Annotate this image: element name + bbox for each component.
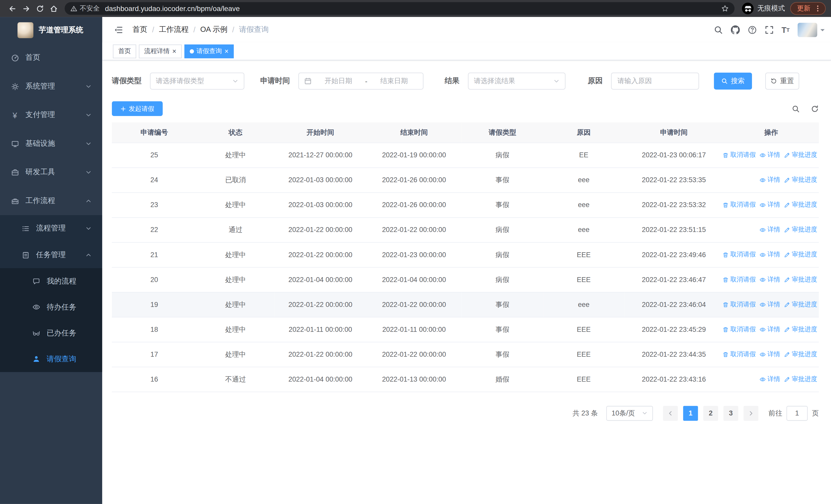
page-button-1[interactable]: 1 bbox=[683, 406, 698, 421]
app-logo[interactable]: 芋道管理系统 bbox=[0, 17, 103, 43]
close-icon[interactable]: × bbox=[172, 48, 176, 55]
approval-progress-link[interactable]: 审批进度 bbox=[784, 300, 817, 309]
approval-progress-link[interactable]: 审批进度 bbox=[784, 250, 817, 259]
sidebar-item-system-mgmt[interactable]: 系统管理 bbox=[0, 72, 103, 101]
detail-link[interactable]: 详情 bbox=[760, 176, 780, 184]
browser-home-button[interactable] bbox=[47, 2, 61, 16]
sidebar-item-done-tasks[interactable]: 已办任务 bbox=[0, 320, 103, 346]
reason-input[interactable]: 请输入原因 bbox=[611, 72, 699, 90]
close-icon[interactable]: × bbox=[225, 48, 229, 55]
breadcrumb-item-home[interactable]: 首页 bbox=[133, 25, 147, 34]
next-page-button[interactable] bbox=[744, 406, 758, 421]
cell-start-time: 2022-01-04 00:00:00 bbox=[274, 267, 366, 292]
chevron-down-icon bbox=[85, 140, 92, 147]
approval-progress-link[interactable]: 审批进度 bbox=[784, 325, 817, 334]
sidebar-item-task-mgmt[interactable]: 任务管理 bbox=[0, 242, 103, 268]
tab-process-detail[interactable]: 流程详情 × bbox=[139, 44, 181, 58]
cell-status: 通过 bbox=[197, 217, 274, 242]
briefcase-icon bbox=[10, 168, 19, 176]
breadcrumb-item-workflow[interactable]: 工作流程 bbox=[159, 25, 189, 34]
sidebar-item-label: 待办任务 bbox=[47, 302, 77, 312]
sidebar-item-infrastructure[interactable]: 基础设施 bbox=[0, 129, 103, 158]
detail-link[interactable]: 详情 bbox=[760, 250, 780, 259]
address-bar[interactable]: 不安全 dashboard.yudao.iocoder.cn/bpm/oa/le… bbox=[65, 2, 735, 15]
cell-end-time: 2022-01-22 00:00:00 bbox=[366, 217, 462, 242]
sidebar-item-workflow[interactable]: 工作流程 bbox=[0, 186, 103, 215]
fullscreen-button[interactable] bbox=[765, 25, 774, 34]
header-search-button[interactable] bbox=[714, 25, 723, 34]
approval-progress-label: 审批进度 bbox=[792, 375, 817, 384]
kebab-menu-icon[interactable] bbox=[814, 5, 822, 12]
cell-status: 处理中 bbox=[197, 192, 274, 217]
refresh-table-button[interactable] bbox=[811, 105, 819, 113]
detail-link[interactable]: 详情 bbox=[760, 375, 780, 384]
approval-progress-link[interactable]: 审批进度 bbox=[784, 275, 817, 284]
detail-link[interactable]: 详情 bbox=[760, 225, 780, 234]
cancel-leave-link[interactable]: 取消请假 bbox=[723, 275, 756, 284]
cell-actions: 详情 审批进度 bbox=[723, 168, 819, 192]
browser-toolbar: 不安全 dashboard.yudao.iocoder.cn/bpm/oa/le… bbox=[0, 0, 831, 17]
cancel-leave-link[interactable]: 取消请假 bbox=[723, 350, 756, 359]
cancel-leave-link[interactable]: 取消请假 bbox=[723, 200, 756, 209]
approval-progress-link[interactable]: 审批进度 bbox=[784, 225, 817, 234]
detail-link[interactable]: 详情 bbox=[760, 200, 780, 209]
browser-reload-button[interactable] bbox=[33, 2, 47, 16]
reset-button[interactable]: 重置 bbox=[765, 72, 799, 90]
sidebar-item-todo-tasks[interactable]: 待办任务 bbox=[0, 294, 103, 320]
reload-icon bbox=[36, 5, 44, 12]
github-link[interactable] bbox=[730, 25, 740, 34]
sidebar-item-process-mgmt[interactable]: 流程管理 bbox=[0, 215, 103, 241]
approval-progress-link[interactable]: 审批进度 bbox=[784, 375, 817, 384]
col-apply-time: 申请时间 bbox=[624, 122, 723, 142]
sidebar-item-leave-query[interactable]: 请假查询 bbox=[0, 346, 103, 372]
toggle-search-button[interactable] bbox=[792, 105, 800, 113]
app-frame: 芋道管理系统 首页 系统管理 ¥ 支付管理 基础设施 bbox=[0, 17, 831, 504]
user-menu[interactable] bbox=[798, 23, 825, 37]
cell-leave-type: 病假 bbox=[462, 142, 543, 167]
page-button-3[interactable]: 3 bbox=[723, 406, 738, 421]
chevron-down-icon bbox=[85, 169, 92, 176]
cell-apply-time: 2022-01-22 23:53:35 bbox=[624, 168, 723, 192]
sidebar-item-dev-tools[interactable]: 研发工具 bbox=[0, 158, 103, 186]
approval-progress-link[interactable]: 审批进度 bbox=[784, 176, 817, 184]
approval-progress-link[interactable]: 审批进度 bbox=[784, 350, 817, 359]
detail-link[interactable]: 详情 bbox=[760, 350, 780, 359]
apply-time-range-picker[interactable]: 开始日期 - 结束日期 bbox=[298, 72, 424, 90]
leave-type-select[interactable]: 请选择请假类型 bbox=[150, 72, 244, 90]
sidebar-item-my-process[interactable]: 我的流程 bbox=[0, 268, 103, 294]
trash-icon bbox=[723, 326, 729, 333]
cancel-leave-link[interactable]: 取消请假 bbox=[723, 150, 756, 159]
breadcrumb-item-oa-example[interactable]: OA 示例 bbox=[200, 25, 227, 34]
detail-link[interactable]: 详情 bbox=[760, 325, 780, 334]
approval-progress-link[interactable]: 审批进度 bbox=[784, 150, 817, 159]
search-button[interactable]: 搜索 bbox=[714, 72, 752, 90]
sidebar-collapse-button[interactable] bbox=[114, 25, 123, 34]
cancel-leave-link[interactable]: 取消请假 bbox=[723, 300, 756, 309]
browser-forward-button[interactable] bbox=[19, 2, 33, 16]
browser-back-button[interactable] bbox=[5, 2, 19, 16]
security-warning[interactable]: 不安全 bbox=[70, 4, 100, 13]
sidebar-item-home[interactable]: 首页 bbox=[0, 43, 103, 72]
cancel-leave-link[interactable]: 取消请假 bbox=[723, 325, 756, 334]
detail-link[interactable]: 详情 bbox=[760, 275, 780, 284]
apply-time-label: 申请时间 bbox=[260, 76, 290, 86]
tab-leave-query[interactable]: 请假查询 × bbox=[184, 44, 234, 58]
eye-icon bbox=[760, 276, 766, 283]
page-button-2[interactable]: 2 bbox=[703, 406, 718, 421]
browser-update-button[interactable]: 更新 bbox=[790, 2, 826, 15]
result-select[interactable]: 请选择流结果 bbox=[468, 72, 565, 90]
approval-progress-link[interactable]: 审批进度 bbox=[784, 200, 817, 209]
help-button[interactable] bbox=[748, 25, 756, 34]
refresh-icon bbox=[771, 78, 777, 84]
prev-page-button[interactable] bbox=[663, 406, 678, 421]
cancel-leave-link[interactable]: 取消请假 bbox=[723, 250, 756, 259]
page-size-select[interactable]: 10条/页 bbox=[606, 406, 653, 421]
sidebar-item-payment-mgmt[interactable]: ¥ 支付管理 bbox=[0, 100, 103, 129]
detail-link[interactable]: 详情 bbox=[760, 300, 780, 309]
detail-link[interactable]: 详情 bbox=[760, 150, 780, 159]
create-leave-button[interactable]: 发起请假 bbox=[112, 101, 163, 116]
tab-home[interactable]: 首页 bbox=[113, 44, 136, 58]
font-size-button[interactable]: TT bbox=[781, 25, 790, 34]
bookmark-star-icon[interactable] bbox=[721, 4, 729, 13]
pagination-goto-input[interactable]: 1 bbox=[786, 406, 808, 421]
